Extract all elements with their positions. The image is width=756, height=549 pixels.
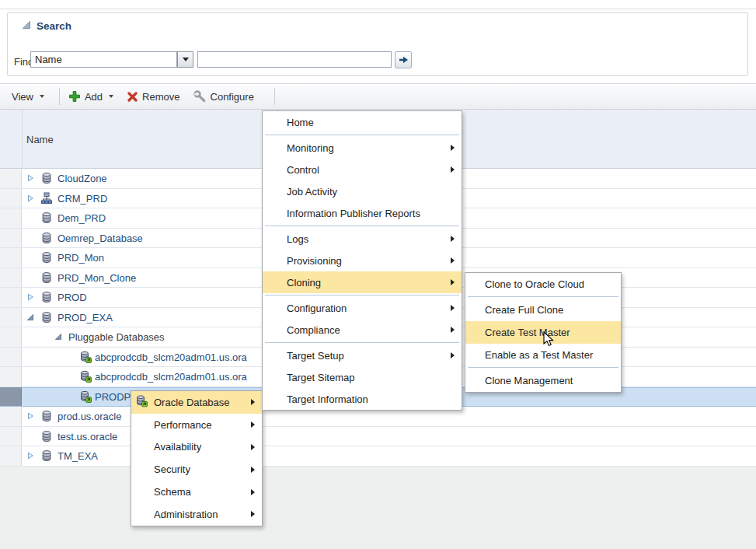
menu-item-target-information[interactable]: Target Information xyxy=(263,388,462,410)
menu-item-job-activity[interactable]: Job Activity xyxy=(263,180,462,202)
submenu-arrow-icon xyxy=(251,467,255,473)
chevron-down-icon xyxy=(183,58,189,61)
menu-item-label: Job Activity xyxy=(287,186,337,198)
tree-item-label-abcprodcdb-slcm20adm01-us-ora[interactable]: abcprodcdb_slcm20adm01.us.ora xyxy=(95,351,247,362)
tree-row[interactable]: test.us.oracle xyxy=(0,427,756,447)
configure-label: Configure xyxy=(211,91,254,103)
menu-item-target-setup[interactable]: Target Setup xyxy=(263,344,462,366)
menu-item-label: Clone to Oracle Cloud xyxy=(485,278,584,290)
row-gutter-cell xyxy=(0,288,22,307)
submenu-arrow-icon xyxy=(451,236,455,242)
view-menu-button[interactable]: View xyxy=(12,91,44,103)
expand-node-icon[interactable] xyxy=(26,452,34,460)
tree-item-label-oemrep-database[interactable]: Oemrep_Database xyxy=(57,232,143,243)
search-go-button[interactable] xyxy=(395,51,412,68)
database-icon xyxy=(40,232,53,244)
tree-item-label-prd-mon-clone[interactable]: PRD_Mon_Clone xyxy=(57,271,136,283)
search-panel-title: Search xyxy=(37,20,71,32)
collapse-node-icon[interactable] xyxy=(54,333,62,341)
tree-item-label-prodp[interactable]: PRODP xyxy=(95,390,131,402)
menu-item-performance[interactable]: Performance xyxy=(131,414,262,436)
find-field-select[interactable]: Name xyxy=(30,51,177,68)
tree-item-label-prod-us-oracle[interactable]: prod.us.oracle xyxy=(57,411,121,422)
row-gutter-cell xyxy=(0,308,22,327)
submenu-arrow-icon xyxy=(451,305,455,311)
menu-item-logs[interactable]: Logs xyxy=(263,228,462,250)
submenu-arrow-icon xyxy=(251,421,255,428)
find-field-dropdown-button[interactable] xyxy=(177,51,193,68)
expand-node-icon[interactable] xyxy=(26,174,34,182)
menu-item-label: Control xyxy=(287,164,319,176)
submenu-arrow-icon xyxy=(451,352,455,358)
menu-item-information-publisher-reports[interactable]: Information Publisher Reports xyxy=(263,202,462,224)
tree-row[interactable]: TM_EXA xyxy=(0,446,756,467)
menu-item-label: Information Publisher Reports xyxy=(287,208,420,219)
configure-button[interactable]: Configure xyxy=(193,90,254,103)
chevron-down-icon xyxy=(109,95,113,98)
menu-item-monitoring[interactable]: Monitoring xyxy=(263,137,462,159)
row-header-column xyxy=(0,110,23,168)
tree-item-label-prd-mon[interactable]: PRD_Mon xyxy=(57,252,104,264)
database-icon xyxy=(40,311,53,323)
row-gutter-cell xyxy=(0,169,22,188)
menu-item-cloning[interactable]: Cloning xyxy=(263,271,462,293)
collapse-node-icon[interactable] xyxy=(26,313,34,321)
tree-item-label-prod-exa[interactable]: PROD_EXA xyxy=(57,311,113,323)
menu-item-clone-to-oracle-cloud[interactable]: Clone to Oracle Cloud xyxy=(465,273,621,295)
database-icon xyxy=(40,430,53,442)
tree-item-label-abcprodcdb-slcm20adm01-us-ora[interactable]: abcprodcdb_slcm20adm01.us.ora xyxy=(95,371,247,383)
menu-item-administration[interactable]: Administration xyxy=(131,503,262,526)
submenu-arrow-icon xyxy=(451,279,455,285)
row-gutter-cell xyxy=(0,427,22,446)
menu-item-home[interactable]: Home xyxy=(263,111,462,133)
disclosure-expanded-icon xyxy=(22,20,31,32)
remove-label: Remove xyxy=(142,91,179,103)
row-gutter-cell xyxy=(0,367,22,386)
menu-item-label: Clone Management xyxy=(485,375,573,386)
tree-item-label-dem-prd[interactable]: Dem_PRD xyxy=(57,212,106,224)
tree-item-label-crm-prd[interactable]: CRM_PRD xyxy=(57,192,107,204)
tree-item-label-cloudzone[interactable]: CloudZone xyxy=(57,173,107,184)
remove-button[interactable]: Remove xyxy=(127,91,179,103)
database-icon xyxy=(40,291,53,303)
tree-item-label-test-us-oracle[interactable]: test.us.oracle xyxy=(57,430,117,442)
menu-item-security[interactable]: Security xyxy=(131,458,262,481)
submenu-arrow-icon xyxy=(251,444,255,450)
menu-item-target-sitemap[interactable]: Target Sitemap xyxy=(263,366,462,388)
menu-item-clone-management[interactable]: Clone Management xyxy=(465,369,621,392)
menu-item-label: Target Setup xyxy=(287,350,344,362)
expand-node-icon[interactable] xyxy=(26,412,34,420)
menu-item-oracle-database[interactable]: Oracle Database xyxy=(131,391,262,414)
submenu-arrow-icon xyxy=(451,166,455,173)
row-gutter-cell xyxy=(0,446,22,466)
row-gutter-cell xyxy=(0,327,22,347)
expand-node-icon[interactable] xyxy=(26,293,34,301)
menu-item-control[interactable]: Control xyxy=(263,159,462,180)
add-button[interactable]: Add xyxy=(68,90,113,103)
database-icon xyxy=(40,410,53,422)
menu-item-create-full-clone[interactable]: Create Full Clone xyxy=(465,299,621,321)
menu-item-configuration[interactable]: Configuration xyxy=(263,297,462,319)
tree-item-label-prod[interactable]: PROD xyxy=(57,292,87,303)
chevron-down-icon xyxy=(40,95,44,98)
arrow-right-icon xyxy=(399,55,409,65)
menu-item-compliance[interactable]: Compliance xyxy=(263,319,462,341)
tree-item-label-tm-exa[interactable]: TM_EXA xyxy=(57,450,98,462)
oracle-database-menu: HomeMonitoringControlJob ActivityInforma… xyxy=(262,110,462,411)
submenu-arrow-icon xyxy=(451,327,455,333)
search-input[interactable] xyxy=(197,51,392,68)
search-panel-disclosure[interactable]: Search xyxy=(22,20,71,32)
row-gutter-cell xyxy=(0,248,22,268)
menu-item-label: Oracle Database xyxy=(154,397,230,408)
menu-item-schema[interactable]: Schema xyxy=(131,481,262,503)
menu-item-availability[interactable]: Availability xyxy=(131,436,262,459)
database-icon xyxy=(40,172,53,184)
view-label: View xyxy=(12,91,33,103)
menu-item-label: Schema xyxy=(154,486,191,498)
menu-item-label: Configuration xyxy=(287,302,347,314)
search-panel: Search Find Name xyxy=(7,12,748,76)
pluggable-database-icon xyxy=(79,351,92,363)
menu-item-provisioning[interactable]: Provisioning xyxy=(263,250,462,271)
expand-node-icon[interactable] xyxy=(26,194,34,202)
menu-item-label: Create Full Clone xyxy=(485,304,563,316)
